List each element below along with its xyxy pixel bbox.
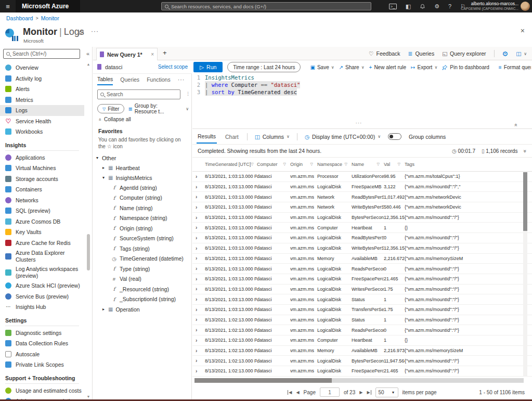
table-row[interactable]: ›8/13/2021, 1:02:13.000 PMdatascivm.azm.… [192,356,532,366]
table-row[interactable]: ›8/13/2021, 1:03:13.000 PMdatascivm.azm.… [192,202,532,213]
sidebar-item[interactable]: Key Vaults [0,227,84,238]
sidebar-item[interactable]: Azure Data Explorer Clusters [0,248,84,264]
table-row[interactable]: ›8/13/2021, 1:03:13.000 PMdatascivm.azm.… [192,243,532,254]
sidebar-collapse-icon[interactable]: « [86,50,89,57]
help-icon[interactable]: ? [448,3,451,9]
table-row[interactable]: ›8/13/2021, 1:03:13.000 PMdatascivm.azm.… [192,264,532,274]
close-tab-icon[interactable]: × [151,51,154,57]
account-info[interactable]: alberto.alonso-marcos... CAPGEMINI (CAPG… [461,1,518,11]
column-filter-icon[interactable]: ▽ [251,162,253,166]
sidebar-item[interactable]: Private Link Scopes [0,359,84,370]
reference-book-button[interactable]: ◫∨ [516,50,527,57]
blade-close-icon[interactable]: × [521,27,525,35]
sidebar-item[interactable]: Workbooks [0,126,84,137]
row-expand-icon[interactable]: › [196,184,205,190]
row-expand-icon[interactable]: › [196,296,205,302]
tree-field[interactable]: fComputer (string) [95,193,190,203]
sidebar-item[interactable]: ♡Service Health [0,116,84,127]
query-explorer-button[interactable]: ◱Query explorer [442,50,486,57]
save-button[interactable]: ▣Save∨ [310,64,334,70]
row-expand-icon[interactable]: › [196,235,205,241]
tab-chart[interactable]: Chart [224,130,240,143]
page-size-select[interactable]: 50▼ [375,387,398,397]
filter-button[interactable]: ▽Filter [97,104,124,113]
azure-brand[interactable]: Microsoft Azure [16,0,80,12]
row-expand-icon[interactable]: › [196,327,205,333]
format-query-button[interactable]: ≡Format query [499,64,531,70]
row-expand-icon[interactable]: › [196,245,205,251]
expand-rows-icon[interactable]: » [523,149,528,152]
table-row[interactable]: ›8/13/2021, 1:02:13.000 PMdatascivm.azm.… [192,366,532,377]
results-vscrollbar[interactable] [523,172,527,376]
column-header[interactable]: Namespace▽ [317,162,352,167]
notifications-bell-icon[interactable] [420,4,425,9]
row-expand-icon[interactable]: › [196,225,205,230]
tree-field[interactable]: fAgentId (string) [95,183,190,193]
schema-search-input[interactable]: Search [97,89,180,99]
cloud-shell-icon[interactable]: >_ [389,4,397,9]
table-row[interactable]: ›8/13/2021, 1:03:13.000 PMdatascivm.azm.… [192,305,532,315]
column-filter-icon[interactable]: ▽ [283,162,286,166]
export-button[interactable]: ↦Export∨ [411,64,437,70]
sidebar-item[interactable]: Log Analytics workspaces (preview) [0,264,84,280]
scroll-thumb[interactable] [87,234,90,270]
column-filter-icon[interactable]: ▽ [377,162,380,166]
queries-button[interactable]: ≣Queries [408,50,435,57]
column-filter-icon[interactable]: ▽ [345,162,347,166]
query-editor[interactable]: 1InsightsMetrics2| where Computer == "da… [192,74,532,128]
blade-more-icon[interactable]: ··· [91,28,99,35]
pin-blade-icon[interactable] [78,29,84,35]
sidebar-item[interactable]: Alerts [0,84,84,95]
columns-dropdown[interactable]: ◫Columns∨ [255,134,290,140]
table-row[interactable]: ›8/13/2021, 1:03:13.000 PMdatascivm.azm.… [192,284,532,295]
tree-table[interactable]: ▾▦InsightsMetrics [95,173,190,183]
tree-field[interactable]: f_ResourceId (string) [95,284,190,294]
pin-to-dashboard-button[interactable]: Pin to dashboard [442,64,489,70]
editor-line[interactable]: 1InsightsMetrics [192,74,532,81]
tab-tables[interactable]: Tables [97,76,113,85]
feedback-button[interactable]: ♡Feedback [369,50,400,57]
tree-field[interactable]: #Val (real) [95,274,190,284]
table-row[interactable]: ›8/13/2021, 1:03:13.000 PMdatascivm.azm.… [192,172,532,182]
sidebar-item[interactable]: Activity log [0,73,84,84]
tree-field[interactable]: fNamespace (string) [95,213,190,224]
tree-field[interactable]: f_SubscriptionId (string) [95,294,190,305]
share-button[interactable]: ↗Share∨ [339,64,365,70]
sidebar-item[interactable]: Autoscale [0,349,84,360]
results-hscrollbar[interactable] [194,378,524,383]
new-tab-button[interactable]: + [163,49,167,57]
prev-page-icon[interactable]: ◀ [296,390,299,395]
select-scope-link[interactable]: Select scope [158,64,188,70]
sidebar-item[interactable]: Service Bus (preview) [0,291,84,302]
row-expand-icon[interactable]: › [196,276,205,282]
column-filter-icon[interactable]: ▽ [310,162,313,166]
time-range-picker[interactable]: Time range : Last 24 hours [227,62,301,72]
sidebar-item[interactable]: Metrics [0,95,84,106]
table-row[interactable]: ›8/13/2021, 1:02:13.000 PMdatascivm.azm.… [192,335,532,346]
tree-field[interactable]: fTags (string) [95,243,190,254]
sidebar-item[interactable]: ···Insights Hub [0,302,84,313]
row-expand-icon[interactable]: › [196,174,205,179]
sidebar-search-input[interactable]: Search (Ctrl+/) [3,49,80,59]
table-row[interactable]: ›8/13/2021, 1:03:13.000 PMdatascivm.azm.… [192,182,532,192]
hamburger-menu-icon[interactable]: ≡ [0,0,16,12]
avatar[interactable] [521,2,530,11]
tab-functions[interactable]: Functions [147,76,171,85]
editor-resize-handle[interactable]: ··· [355,120,362,126]
tree-table[interactable]: ▸▦Heartbeat [95,163,190,173]
sidebar-item[interactable]: Azure Stack HCI (preview) [0,280,84,291]
table-row[interactable]: ›8/13/2021, 1:03:13.000 PMdatascivm.azm.… [192,294,532,305]
tree-field[interactable]: fSourceSystem (string) [95,234,190,244]
tree-field[interactable]: ◷TimeGenerated (datetime) [95,254,190,264]
table-row[interactable]: ›8/13/2021, 1:03:13.000 PMdatascivm.azm.… [192,274,532,284]
collapse-all-button[interactable]: » Collapse all [98,117,131,122]
global-search-input[interactable]: Search resources, services, and docs (G+… [161,2,371,10]
scroll-down-icon[interactable]: ▼ [86,395,91,398]
table-row[interactable]: ›8/13/2021, 1:03:13.000 PMdatascivm.azm.… [192,223,532,233]
row-expand-icon[interactable]: › [196,266,205,271]
column-header[interactable]: Tags [405,162,532,167]
sidebar-item[interactable]: SQL (preview) [0,205,84,216]
sidebar-item[interactable]: Data Collection Rules [0,338,84,349]
table-row[interactable]: ›8/13/2021, 1:02:13.000 PMdatascivm.azm.… [192,346,532,356]
tree-field[interactable]: fOrigin (string) [95,223,190,234]
